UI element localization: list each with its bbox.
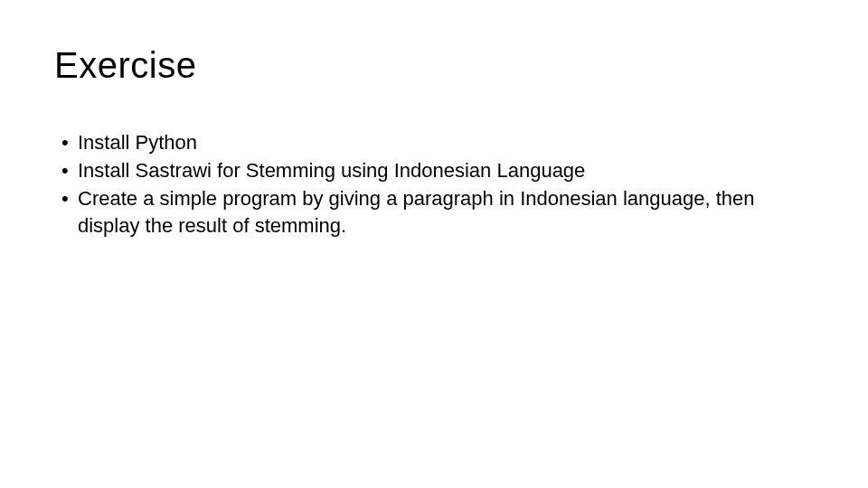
bullet-text: Install Sastrawi for Stemming using Indo… xyxy=(78,159,585,182)
list-item: Install Sastrawi for Stemming using Indo… xyxy=(61,157,814,185)
slide-title: Exercise xyxy=(54,45,814,86)
bullet-text: Create a simple program by giving a para… xyxy=(78,187,754,238)
list-item: Create a simple program by giving a para… xyxy=(61,185,814,241)
list-item: Install Python xyxy=(61,129,814,157)
bullet-list: Install Python Install Sastrawi for Stem… xyxy=(54,129,814,240)
bullet-text: Install Python xyxy=(78,131,197,154)
